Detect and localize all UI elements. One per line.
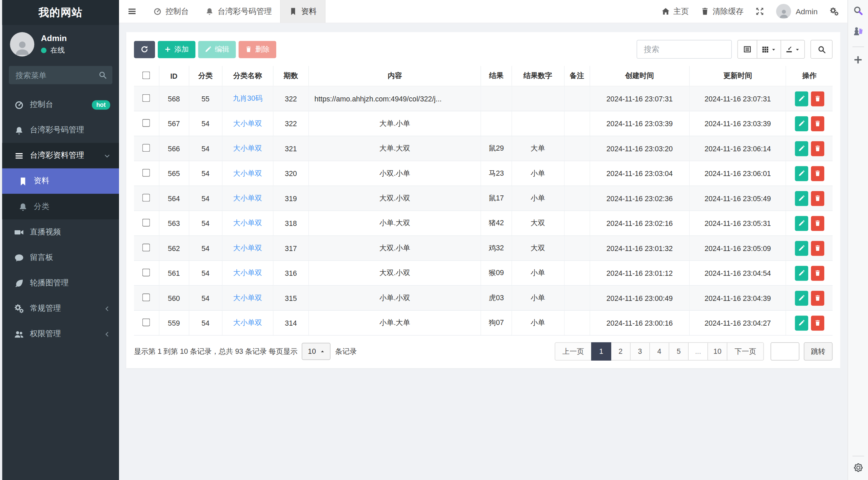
delete-row-button[interactable] — [811, 166, 824, 181]
row-checkbox[interactable] — [142, 144, 150, 152]
row-checkbox[interactable] — [142, 169, 150, 176]
column-header-actions[interactable]: 操作 — [786, 66, 832, 86]
sidebar-item-category[interactable]: 分类 — [2, 194, 119, 219]
add-button[interactable]: 添加 — [158, 41, 195, 58]
edit-row-button[interactable] — [795, 290, 808, 305]
row-checkbox[interactable] — [142, 94, 150, 102]
edit-row-button[interactable] — [795, 241, 808, 255]
page-next-button[interactable]: 下一页 — [727, 342, 764, 361]
edit-row-button[interactable] — [795, 216, 808, 231]
select-all-checkbox[interactable] — [142, 71, 150, 79]
edit-button[interactable]: 编辑 — [198, 41, 236, 58]
delete-row-button[interactable] — [811, 241, 824, 255]
sidebar-search-input[interactable] — [9, 66, 112, 84]
delete-button[interactable]: 删除 — [239, 41, 276, 58]
delete-row-button[interactable] — [811, 141, 824, 156]
column-header-result-number[interactable]: 结果数字 — [512, 66, 564, 86]
fullscreen-button[interactable] — [756, 7, 764, 15]
delete-row-button[interactable] — [811, 116, 824, 131]
sidebar-item-general-settings[interactable]: 常规管理 — [2, 296, 119, 321]
user-menu[interactable]: Admin — [776, 4, 817, 19]
columns-button[interactable] — [757, 40, 781, 59]
sidebar-item-permission-management[interactable]: 权限管理 — [2, 321, 119, 347]
page-prev-button[interactable]: 上一页 — [555, 342, 592, 361]
home-button[interactable]: 主页 — [662, 6, 689, 16]
clear-cache-button[interactable]: 清除缓存 — [701, 6, 744, 16]
column-header-updated-time[interactable]: 更新时间 — [689, 66, 786, 86]
category-name-link[interactable]: 大小单双 — [233, 119, 262, 127]
delete-row-button[interactable] — [811, 315, 824, 330]
sidebar-item-label: 留言板 — [30, 252, 53, 262]
tab-number-management[interactable]: 台湾彩号码管理 — [197, 0, 280, 23]
sidebar-item-message-board[interactable]: 留言板 — [2, 245, 119, 270]
jump-button[interactable]: 跳转 — [804, 342, 833, 361]
edit-row-button[interactable] — [795, 141, 808, 156]
category-name-link[interactable]: 大小单双 — [233, 293, 262, 302]
sidebar-item-data[interactable]: 资料 — [2, 168, 119, 194]
edit-row-button[interactable] — [795, 191, 808, 206]
delete-row-button[interactable] — [811, 191, 824, 206]
page-button-10[interactable]: 10 — [708, 342, 728, 361]
trash-icon — [814, 220, 821, 227]
page-button-1[interactable]: 1 — [591, 342, 611, 361]
search-icon[interactable] — [99, 71, 107, 79]
column-header-issue[interactable]: 期数 — [273, 66, 309, 86]
row-checkbox[interactable] — [142, 194, 150, 201]
edit-row-button[interactable] — [795, 116, 808, 131]
category-name-link[interactable]: 大小单双 — [233, 319, 262, 327]
plus-icon[interactable] — [853, 55, 863, 65]
chess-extension-icon[interactable] — [852, 25, 864, 38]
jump-page-input[interactable] — [771, 342, 800, 361]
row-checkbox[interactable] — [142, 268, 150, 276]
sidebar-item-number-management[interactable]: 台湾彩号码管理 — [2, 117, 119, 143]
export-button[interactable] — [781, 40, 805, 59]
detail-view-button[interactable] — [737, 40, 757, 59]
column-header-created-time[interactable]: 创建时间 — [590, 66, 689, 86]
table-search-input[interactable] — [637, 40, 732, 59]
edit-row-button[interactable] — [795, 266, 808, 281]
page-button-3[interactable]: 3 — [630, 342, 650, 361]
page-button-5[interactable]: 5 — [669, 342, 689, 361]
sidebar-item-dashboard[interactable]: 控制台hot — [2, 92, 119, 117]
refresh-button[interactable] — [134, 41, 155, 58]
column-header-id[interactable]: ID — [159, 66, 189, 86]
sidebar-item-carousel-management[interactable]: 轮播图管理 — [2, 270, 119, 296]
sidebar-item-live-video[interactable]: 直播视频 — [2, 219, 119, 245]
row-checkbox[interactable] — [142, 293, 150, 301]
column-header-remark[interactable]: 备注 — [564, 66, 590, 86]
edit-row-button[interactable] — [795, 91, 808, 106]
search-toggle-button[interactable] — [810, 40, 832, 59]
category-name-link[interactable]: 大小单双 — [233, 169, 262, 177]
category-name-link[interactable]: 大小单双 — [233, 144, 262, 152]
edit-row-button[interactable] — [795, 315, 808, 330]
row-checkbox[interactable] — [142, 244, 150, 251]
edit-row-button[interactable] — [795, 166, 808, 181]
row-checkbox[interactable] — [142, 119, 150, 127]
row-checkbox[interactable] — [142, 218, 150, 226]
settings-gear-icon[interactable] — [853, 463, 863, 473]
tab-data[interactable]: 资料 — [280, 0, 326, 23]
category-name-link[interactable]: 大小单双 — [233, 194, 262, 202]
column-header-category-name[interactable]: 分类名称 — [222, 66, 273, 86]
page-button-2[interactable]: 2 — [611, 342, 631, 361]
category-name-link[interactable]: 九肖30码 — [233, 94, 262, 102]
cell-updated-time: 2024-11-16 23:05:31 — [689, 211, 786, 235]
settings-button[interactable] — [830, 7, 839, 16]
search-icon[interactable] — [853, 5, 863, 15]
delete-row-button[interactable] — [811, 266, 824, 281]
category-name-link[interactable]: 大小单双 — [233, 219, 262, 227]
column-header-result[interactable]: 结果 — [481, 66, 512, 86]
page-button-4[interactable]: 4 — [649, 342, 669, 361]
delete-row-button[interactable] — [811, 290, 824, 305]
category-name-link[interactable]: 大小单双 — [233, 269, 262, 277]
sidebar-toggle-button[interactable] — [119, 0, 145, 23]
delete-row-button[interactable] — [811, 91, 824, 106]
sidebar-item-data-management[interactable]: 台湾彩资料管理 — [2, 143, 119, 168]
category-name-link[interactable]: 大小单双 — [233, 244, 262, 252]
row-checkbox[interactable] — [142, 318, 150, 326]
column-header-category[interactable]: 分类 — [189, 66, 222, 86]
column-header-content[interactable]: 内容 — [309, 66, 481, 86]
page-size-select[interactable]: 10 — [302, 343, 331, 360]
tab-dashboard[interactable]: 控制台 — [145, 0, 197, 23]
delete-row-button[interactable] — [811, 216, 824, 231]
